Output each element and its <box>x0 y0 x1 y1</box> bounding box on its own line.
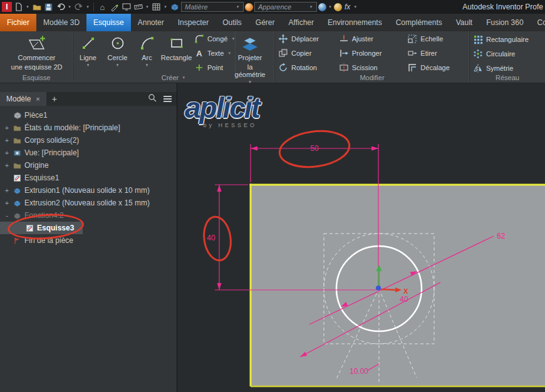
material-sphere-icon[interactable] <box>245 3 253 11</box>
tree-row-piece1[interactable]: Pièce1 <box>0 109 177 121</box>
parameters-fx-icon[interactable]: fx <box>343 3 351 11</box>
quick-access-caret-icon[interactable]: ▾ <box>353 4 358 9</box>
tab-inspecter[interactable]: Inspecter <box>171 14 215 31</box>
decalage-button[interactable]: Décalage <box>404 60 469 75</box>
arc-button[interactable]: Arc ▾ <box>132 31 162 75</box>
group-label-reseau[interactable]: Réseau <box>470 73 545 82</box>
tree-row-esquisse1[interactable]: Esquisse1 <box>0 172 177 184</box>
open-folder-icon[interactable] <box>31 1 42 13</box>
dim-offset[interactable]: 10.00 <box>350 367 368 376</box>
measure-caret-icon[interactable]: ▾ <box>145 4 150 9</box>
etirer-button[interactable]: Etirer <box>404 46 469 61</box>
tab-collaborer[interactable]: Collabor <box>531 14 545 31</box>
tab-modele-3d[interactable]: Modèle 3D <box>36 14 86 31</box>
tab-afficher[interactable]: Afficher <box>282 14 321 31</box>
group-label-creer[interactable]: Créer▾ <box>73 73 274 82</box>
expander-icon[interactable]: + <box>4 124 10 132</box>
expander-icon[interactable]: + <box>4 162 10 169</box>
table-icon[interactable] <box>151 1 162 13</box>
redo-caret-icon[interactable]: ▾ <box>85 4 90 9</box>
tab-gerer[interactable]: Gérer <box>249 14 282 31</box>
undo-caret-icon[interactable]: ▾ <box>67 4 72 9</box>
material-combo-caret-icon[interactable]: ▾ <box>235 4 240 9</box>
appearance-combo-caret-icon[interactable]: ▾ <box>308 4 313 9</box>
conge-button[interactable]: Congé ▾ <box>191 32 235 46</box>
expander-icon[interactable]: + <box>4 187 10 194</box>
projeter-button[interactable]: Projeter la géométrie ▾ <box>235 31 264 75</box>
echelle-button[interactable]: Echelle <box>404 32 469 46</box>
new-file-icon[interactable] <box>13 1 24 13</box>
ligne-caret-icon[interactable]: ▾ <box>87 63 90 67</box>
dim-diameter[interactable]: 62 <box>497 232 506 240</box>
tree-row-etats-modele[interactable]: + États du modèle: [Principale] <box>0 121 177 134</box>
group-label-esquisse[interactable]: Esquisse <box>0 73 73 82</box>
cercle-caret-icon[interactable]: ▾ <box>117 63 119 67</box>
material-combo[interactable]: Matière▾ <box>181 2 244 12</box>
copier-button[interactable]: Copier <box>275 46 336 61</box>
rectangle-button[interactable]: Rectangle <box>162 31 191 75</box>
tab-environnements[interactable]: Environnements <box>321 14 389 31</box>
dim-height[interactable]: 40 <box>207 234 215 242</box>
tab-outils[interactable]: Outils <box>215 14 249 31</box>
part-face[interactable] <box>251 185 545 386</box>
group-label-modifier[interactable]: Modifier <box>275 73 469 82</box>
scission-button[interactable]: Scission <box>336 60 405 75</box>
save-icon[interactable] <box>43 1 54 13</box>
search-icon[interactable] <box>148 93 157 105</box>
cube-icon[interactable] <box>169 1 180 13</box>
dim-width[interactable]: 50 <box>310 144 319 153</box>
texte-caret-icon[interactable]: ▾ <box>227 51 232 56</box>
tab-fichier[interactable]: Fichier <box>0 14 36 31</box>
undo-icon[interactable] <box>55 1 66 13</box>
tree-row-fin-de-la-piece[interactable]: Fin de la pièce <box>0 234 177 247</box>
tree-row-origine[interactable]: + Origine <box>0 159 177 172</box>
add-tab-icon[interactable]: + <box>52 94 57 104</box>
tree-row-fonction4[interactable]: - Fonction4:2 <box>0 209 177 222</box>
tree-row-vue[interactable]: + Vue: [Principale] <box>0 147 177 159</box>
tree-row-extrusion2[interactable]: + Extrusion2 (Nouveau solide x 15 mm) <box>0 197 177 209</box>
expander-icon[interactable]: + <box>4 149 10 157</box>
point-button[interactable]: Point <box>191 60 235 75</box>
tree-row-extrusion1[interactable]: + Extrusion1 (Nouveau solide x 10 mm) <box>0 184 177 197</box>
table-caret-icon[interactable]: ▾ <box>163 4 168 9</box>
tab-annoter[interactable]: Annoter <box>131 14 171 31</box>
graphics-canvas[interactable]: aplicit by HESSEO <box>177 83 545 392</box>
cercle-button[interactable]: Cercle ▾ <box>103 31 132 75</box>
rectangulaire-button[interactable]: Rectangulaire <box>470 32 545 46</box>
close-icon[interactable]: × <box>36 95 39 103</box>
measure-icon[interactable] <box>133 1 143 13</box>
expander-icon[interactable]: + <box>4 137 10 144</box>
circulaire-button[interactable]: Circulaire <box>470 46 545 61</box>
new-file-caret-icon[interactable]: ▾ <box>25 4 30 9</box>
expander-icon[interactable]: + <box>4 199 10 207</box>
redo-icon[interactable] <box>73 1 84 13</box>
start-sketch-button[interactable]: Commencer une esquisse 2D <box>0 31 73 75</box>
tree-row-esquisse3[interactable]: Esquisse3 <box>0 222 83 234</box>
screen-icon[interactable] <box>121 1 132 13</box>
appearance-caret-icon[interactable]: ▾ <box>328 4 333 9</box>
tab-fusion-360[interactable]: Fusion 360 <box>479 14 530 31</box>
tab-vault[interactable]: Vault <box>449 14 479 31</box>
tab-complements[interactable]: Compléments <box>389 14 449 31</box>
ligne-button[interactable]: Ligne ▾ <box>73 31 103 75</box>
appearance-sphere-icon[interactable] <box>318 3 326 11</box>
sketch-view[interactable]: 50 40 62 40 10.00 X <box>177 83 545 392</box>
tab-esquisse[interactable]: Esquisse <box>86 14 131 31</box>
expander-icon[interactable]: - <box>4 212 10 219</box>
ajuster-button[interactable]: Ajuster <box>336 32 405 46</box>
edit-sketch-icon[interactable] <box>109 1 120 13</box>
adjust-sphere-icon[interactable] <box>334 3 342 11</box>
tree-row-corps-solides[interactable]: + Corps solides(2) <box>0 134 177 147</box>
home-icon[interactable]: ⌂ <box>97 1 108 13</box>
browser-tab-modele[interactable]: Modèle × <box>0 92 46 106</box>
arc-caret-icon[interactable]: ▾ <box>146 63 148 67</box>
deplacer-button[interactable]: Déplacer <box>275 32 336 46</box>
axis-x-label[interactable]: X <box>403 287 408 295</box>
rotation-button[interactable]: Rotation <box>275 60 336 75</box>
menu-icon[interactable] <box>164 96 172 102</box>
prolonger-button[interactable]: Prolonger <box>336 46 405 61</box>
app-icon[interactable]: I <box>2 2 12 12</box>
dim-radius[interactable]: 40 <box>400 295 408 304</box>
texte-button[interactable]: A Texte ▾ <box>191 46 235 61</box>
appearance-combo[interactable]: Apparence▾ <box>254 2 317 12</box>
